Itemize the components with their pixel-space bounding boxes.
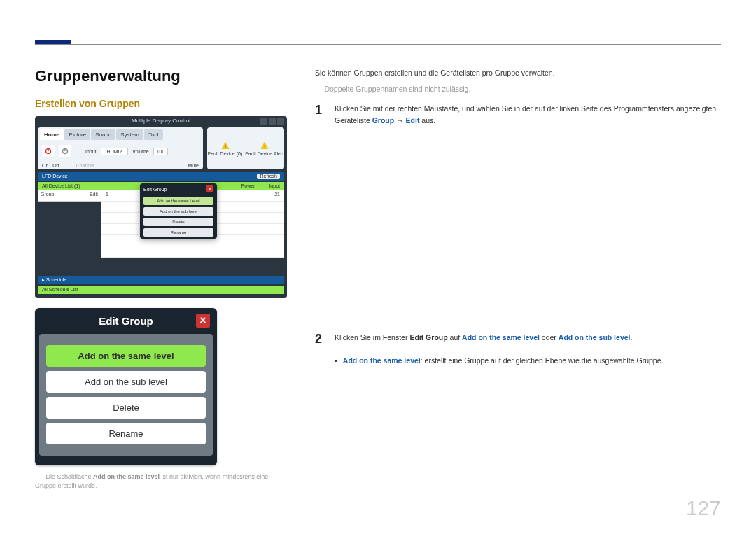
edit-label[interactable]: Edit — [90, 192, 98, 199]
edit-group-dialog-small: Edit Group × Add on the same Level Add o… — [140, 183, 217, 239]
mdc-toolbar: Home Picture Sound System Tool Input HDM… — [38, 127, 203, 169]
rename-button[interactable]: Rename — [144, 228, 214, 237]
intro-note-text: Doppelte Gruppennamen sind nicht zulässi… — [324, 85, 470, 93]
step2-d: . — [630, 333, 632, 342]
tab-system[interactable]: System — [116, 129, 144, 140]
bullet-rest: : erstellt eine Gruppe auf der gleichen … — [421, 356, 664, 365]
label-off: Off — [52, 163, 59, 168]
warning-icon: ! — [220, 141, 230, 150]
bullet-1: • Add on the same level: erstellt eine G… — [335, 356, 721, 365]
intro-note: ― Doppelte Gruppennamen sind nicht zuläs… — [315, 85, 721, 93]
refresh-button[interactable]: Refresh — [257, 174, 280, 179]
screenshot-mdc-window: Multiple Display Control Home Picture So… — [35, 116, 287, 298]
step2-b: auf — [448, 333, 462, 342]
fault-label: Fault Device (0) — [208, 151, 242, 156]
screenshot-edit-group-dialog: Edit Group × Add on the same level Add o… — [35, 308, 217, 465]
window-title: Multiple Display Control — [35, 118, 287, 124]
link-group: Group — [372, 116, 395, 125]
window-controls[interactable] — [260, 118, 284, 125]
tab-tool[interactable]: Tool — [144, 129, 163, 140]
label-volume: Volume — [132, 149, 148, 154]
bullet-dot: • — [335, 356, 337, 365]
delete-button[interactable]: Delete — [46, 397, 206, 419]
delete-button[interactable]: Delete — [144, 218, 214, 226]
rename-button[interactable]: Rename — [46, 423, 206, 444]
power-on-icon[interactable] — [42, 145, 55, 157]
step-number: 1 — [315, 103, 326, 118]
dialog-title: Edit Group — [99, 315, 153, 327]
add-sub-level-button[interactable]: Add on the sub level — [144, 207, 214, 216]
lfd-header: LFD Device Refresh — [38, 172, 284, 181]
left-column: Gruppenverwaltung Erstellen von Gruppen … — [35, 67, 287, 490]
close-icon[interactable]: × — [196, 314, 210, 328]
col-input: Input — [269, 183, 280, 189]
label-input: Input — [85, 149, 97, 154]
section-title: Erstellen von Gruppen — [35, 98, 287, 109]
add-same-level-button[interactable]: Add on the same level — [46, 345, 206, 367]
intro-note-dash: ― — [315, 85, 324, 93]
step2-c: oder — [540, 333, 559, 342]
link-sub-level: Add on the sub level — [559, 333, 631, 342]
row-val: 21 — [274, 192, 280, 199]
tab-sound[interactable]: Sound — [91, 129, 115, 140]
bullet-text: Add on the same level: erstellt eine Gru… — [343, 356, 664, 365]
group-label: Group — [41, 192, 54, 199]
footnote-dash: ― — [35, 473, 43, 480]
tab-picture[interactable]: Picture — [64, 129, 90, 140]
warning-icon: ! — [260, 141, 270, 150]
close-icon[interactable]: × — [206, 185, 214, 192]
schedule-list[interactable]: All Schedule List — [38, 286, 284, 294]
schedule-header[interactable]: ▸ Schedule — [38, 276, 284, 284]
step-number: 2 — [315, 332, 326, 346]
footnote-text-a: Die Schaltfläche — [46, 473, 94, 480]
col-power: Power — [241, 183, 255, 189]
intro-text: Sie können Gruppen erstellen und die Ger… — [315, 67, 721, 79]
power-off-icon[interactable] — [59, 145, 71, 157]
page-number: 127 — [686, 496, 721, 520]
step-text: Klicken Sie im Fenster Edit Group auf Ad… — [335, 332, 721, 344]
step-text: Klicken Sie mit der rechten Maustaste, u… — [335, 103, 721, 127]
label-channel: Channel — [76, 163, 94, 168]
step-1: 1 Klicken Sie mit der rechten Maustaste,… — [315, 103, 721, 127]
label-on: On — [42, 163, 48, 168]
label-mute[interactable]: Mute — [188, 163, 199, 168]
volume-value[interactable]: 100 — [153, 148, 169, 155]
dialog-title: Edit Group — [144, 187, 167, 192]
lfd-label: LFD Device — [42, 174, 68, 179]
bold-edit-group: Edit Group — [410, 333, 447, 342]
link-same-level: Add on the same level — [462, 333, 540, 342]
page-title: Gruppenverwaltung — [35, 67, 287, 85]
footnote-bold: Add on the same level — [93, 473, 160, 480]
header-rule — [35, 44, 721, 45]
add-sub-level-button[interactable]: Add on the sub level — [46, 371, 206, 393]
row-id: 1 — [106, 192, 108, 199]
footnote: ― Die Schaltfläche Add on the same level… — [35, 472, 287, 490]
link-edit: Edit — [406, 116, 420, 125]
sidebar-group-row[interactable]: Group Edit — [38, 190, 101, 202]
step-2: 2 Klicken Sie im Fenster Edit Group auf … — [315, 332, 721, 346]
input-value[interactable]: HDMI2 — [101, 148, 129, 155]
right-column: Sie können Gruppen erstellen und die Ger… — [315, 67, 721, 365]
all-devices-label: All Device List (1) — [42, 183, 80, 189]
alert-label: Fault Device Alert — [245, 151, 284, 156]
bullet-link: Add on the same level — [343, 356, 421, 365]
alert-panel: ! Fault Device (0) ! Fault Device Alert — [207, 127, 284, 169]
tab-home[interactable]: Home — [40, 129, 64, 140]
step2-a: Klicken Sie im Fenster — [335, 333, 410, 342]
step1-b: aus. — [419, 116, 435, 125]
schedule-label: Schedule — [46, 277, 66, 282]
arrow: → — [394, 116, 405, 125]
add-same-level-button[interactable]: Add on the same Level — [144, 197, 214, 205]
svg-text:!: ! — [264, 144, 265, 149]
svg-text:!: ! — [225, 144, 226, 149]
